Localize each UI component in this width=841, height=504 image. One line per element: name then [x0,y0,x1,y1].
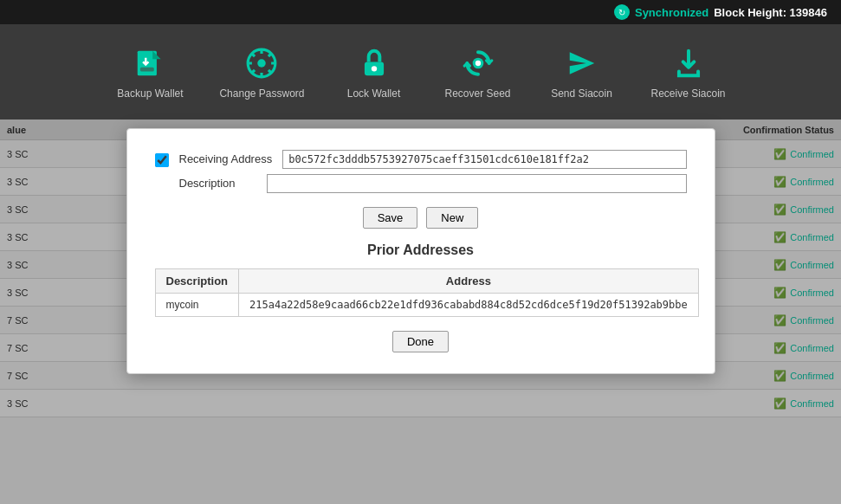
toolbar-backup-wallet[interactable]: Backup Wallet [115,44,184,100]
toolbar-change-password[interactable]: Change Password [219,44,304,100]
lock-wallet-icon [355,44,393,82]
modal-dialog: Receiving Address Description Save New P… [126,128,715,374]
save-button[interactable]: Save [363,207,418,229]
toolbar-receive-siacoin[interactable]: Receive Siacoin [651,44,726,100]
block-height: Block Height: 139846 [714,6,827,19]
prior-address: 215a4a22d58e9caad66cb22e1dfd936cababd884… [239,294,699,317]
sync-status: Synchronized [635,6,708,19]
top-bar: ↻ Synchronized Block Height: 139846 [0,0,841,24]
modal-action-buttons: Save New [155,207,687,229]
toolbar-send-siacoin-label: Send Siacoin [551,87,612,100]
toolbar-backup-wallet-label: Backup Wallet [117,87,183,100]
done-button[interactable]: Done [392,331,449,352]
toolbar-recover-seed-label: Recover Seed [444,87,510,100]
toolbar-lock-wallet-label: Lock Wallet [347,87,401,100]
prior-addresses-title: Prior Addresses [155,242,687,258]
toolbar-receive-siacoin-label: Receive Siacoin [651,87,726,100]
toolbar-send-siacoin[interactable]: Send Siacoin [547,44,617,100]
change-password-icon [243,44,281,82]
address-checkbox[interactable] [155,153,169,167]
svg-point-5 [371,66,376,71]
receiving-address-label: Receiving Address [179,152,273,167]
prior-addresses-table: Description Address mycoin 215a4a22d58e9… [155,268,699,317]
new-button[interactable]: New [426,207,478,229]
toolbar-lock-wallet[interactable]: Lock Wallet [340,44,409,100]
prior-col-address: Address [239,269,699,294]
address-input[interactable] [282,150,686,169]
main-area: alue Confirmation Status 3 SC✅Confirmed … [0,120,841,504]
sync-icon: ↻ [614,4,630,20]
svg-point-7 [475,61,480,66]
send-siacoin-icon [563,44,601,82]
prior-col-description: Description [155,269,239,294]
form-row-address: Receiving Address Description [155,150,687,193]
description-input[interactable] [267,174,687,193]
svg-point-3 [258,59,267,68]
prior-address-row: mycoin 215a4a22d58e9caad66cb22e1dfd936ca… [155,294,698,317]
toolbar-recover-seed[interactable]: Recover Seed [443,44,513,100]
recover-seed-icon [459,44,497,82]
modal-done-row: Done [155,331,687,352]
prior-description: mycoin [155,294,239,317]
toolbar-change-password-label: Change Password [219,87,304,100]
toolbar: Backup Wallet Change Password Lock Walle… [0,24,841,120]
modal-overlay: Receiving Address Description Save New P… [0,120,841,504]
receive-siacoin-icon [670,44,708,82]
svg-rect-1 [140,68,154,72]
backup-wallet-icon [131,44,169,82]
description-label: Description [179,176,236,191]
